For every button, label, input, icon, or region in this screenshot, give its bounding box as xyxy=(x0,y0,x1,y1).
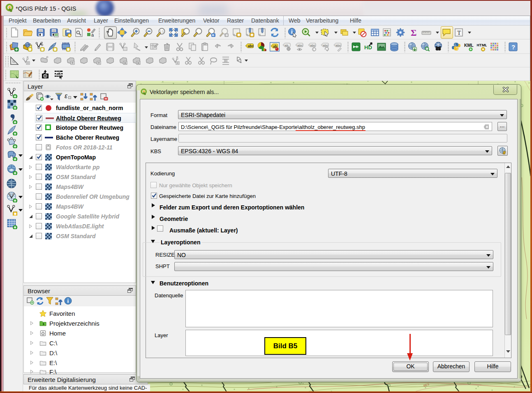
svg-text:abc: abc xyxy=(298,44,303,47)
svg-text:ab: ab xyxy=(285,44,289,47)
svg-text:KML: KML xyxy=(464,43,474,48)
svg-text:abc: abc xyxy=(248,44,254,48)
svg-text:abc: abc xyxy=(323,44,328,47)
svg-text:Σ: Σ xyxy=(411,28,416,37)
svg-text:?: ? xyxy=(511,44,515,51)
svg-text:abc: abc xyxy=(336,44,341,47)
svg-text:HTML: HTML xyxy=(477,43,487,47)
svg-text:NET: NET xyxy=(437,44,440,46)
svg-text:T: T xyxy=(457,30,461,36)
svg-text:HD: HD xyxy=(364,44,372,51)
svg-text:abc: abc xyxy=(310,44,316,47)
svg-text:1:1: 1:1 xyxy=(160,30,164,33)
svg-text:a: a xyxy=(91,32,94,37)
